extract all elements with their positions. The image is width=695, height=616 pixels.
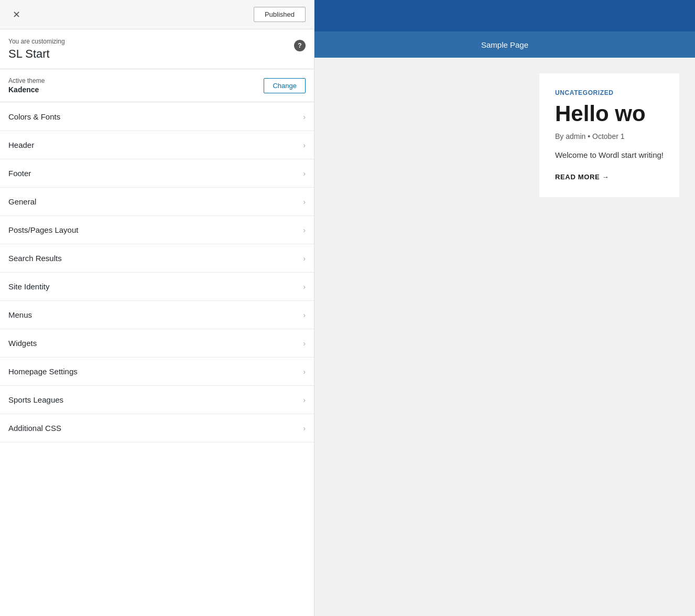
- menu-item-label-widgets: Widgets: [8, 339, 37, 348]
- menu-item-posts-pages-layout[interactable]: Posts/Pages Layout›: [0, 216, 314, 244]
- preview-nav-bar: Sample Page: [314, 31, 695, 58]
- menu-item-label-search-results: Search Results: [8, 254, 62, 263]
- menu-item-search-results[interactable]: Search Results›: [0, 244, 314, 273]
- read-more-link[interactable]: READ MORE →: [555, 173, 609, 181]
- article-meta: By admin • October 1: [555, 132, 664, 141]
- menu-item-site-identity[interactable]: Site Identity›: [0, 273, 314, 301]
- chevron-right-icon-search-results: ›: [303, 254, 306, 263]
- theme-section: Active theme Kadence Change: [0, 70, 314, 103]
- help-icon[interactable]: ?: [294, 40, 306, 51]
- menu-item-sports-leagues[interactable]: Sports Leagues›: [0, 386, 314, 414]
- chevron-right-icon-general: ›: [303, 198, 306, 206]
- menu-item-label-additional-css: Additional CSS: [8, 424, 61, 433]
- menu-item-general[interactable]: General›: [0, 188, 314, 216]
- article-excerpt: Welcome to Wordl start writing!: [555, 149, 664, 161]
- chevron-right-icon-posts-pages-layout: ›: [303, 226, 306, 234]
- published-button[interactable]: Published: [254, 7, 306, 22]
- menu-item-additional-css[interactable]: Additional CSS›: [0, 414, 314, 442]
- menu-item-label-footer: Footer: [8, 169, 31, 178]
- chevron-right-icon-footer: ›: [303, 169, 306, 178]
- menu-item-label-colors-fonts: Colors & Fonts: [8, 112, 60, 121]
- menu-item-homepage-settings[interactable]: Homepage Settings›: [0, 358, 314, 386]
- menu-item-label-site-identity: Site Identity: [8, 282, 49, 291]
- top-bar: ✕ Published: [0, 0, 314, 29]
- menu-item-label-header: Header: [8, 141, 34, 149]
- chevron-right-icon-site-identity: ›: [303, 283, 306, 291]
- chevron-right-icon-homepage-settings: ›: [303, 368, 306, 376]
- preview-article: UNCATEGORIZED Hello wo By admin • Octobe…: [539, 73, 679, 197]
- menu-item-colors-fonts[interactable]: Colors & Fonts›: [0, 103, 314, 131]
- menu-item-label-menus: Menus: [8, 310, 32, 319]
- customizing-subtitle: You are customizing: [8, 38, 65, 45]
- menu-item-widgets[interactable]: Widgets›: [0, 329, 314, 358]
- menu-item-label-posts-pages-layout: Posts/Pages Layout: [8, 225, 78, 234]
- preview-content: UNCATEGORIZED Hello wo By admin • Octobe…: [314, 58, 695, 616]
- preview-nav-link[interactable]: Sample Page: [481, 40, 528, 49]
- menu-item-label-sports-leagues: Sports Leagues: [8, 395, 63, 404]
- chevron-right-icon-header: ›: [303, 141, 306, 149]
- menu-item-label-general: General: [8, 197, 36, 206]
- menu-item-menus[interactable]: Menus›: [0, 301, 314, 329]
- preview-header-bar: [314, 0, 695, 31]
- chevron-right-icon-menus: ›: [303, 311, 306, 319]
- theme-name: Kadence: [8, 85, 45, 94]
- chevron-right-icon-colors-fonts: ›: [303, 113, 306, 121]
- chevron-right-icon-widgets: ›: [303, 339, 306, 348]
- preview-panel: Sample Page UNCATEGORIZED Hello wo By ad…: [314, 0, 695, 616]
- customizing-section: You are customizing SL Start ?: [0, 29, 314, 70]
- menu-item-footer[interactable]: Footer›: [0, 159, 314, 188]
- article-title: Hello wo: [555, 102, 664, 126]
- chevron-right-icon-additional-css: ›: [303, 424, 306, 433]
- theme-label: Active theme: [8, 77, 45, 84]
- menu-item-header[interactable]: Header›: [0, 131, 314, 159]
- customizer-panel: ✕ Published You are customizing SL Start…: [0, 0, 314, 616]
- customizing-title: SL Start: [8, 47, 65, 61]
- chevron-right-icon-sports-leagues: ›: [303, 396, 306, 404]
- close-button[interactable]: ✕: [8, 7, 25, 23]
- article-category: UNCATEGORIZED: [555, 89, 664, 96]
- menu-item-label-homepage-settings: Homepage Settings: [8, 367, 78, 376]
- menu-list: Colors & Fonts›Header›Footer›General›Pos…: [0, 103, 314, 616]
- change-theme-button[interactable]: Change: [264, 78, 306, 93]
